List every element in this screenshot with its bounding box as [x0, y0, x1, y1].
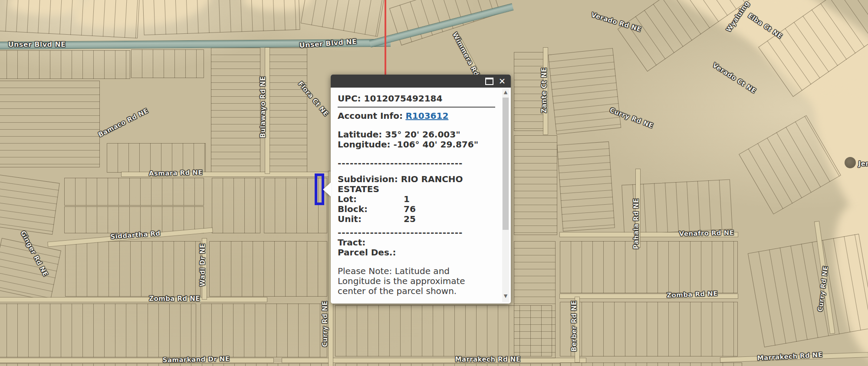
unit-value: 25	[404, 214, 416, 224]
street-label: Unser Blvd NE	[299, 37, 357, 49]
maximize-icon[interactable]	[485, 78, 493, 85]
parcel-block	[142, 0, 300, 35]
street-label: Jer	[858, 160, 868, 168]
popup-scrollbar[interactable]: ▲ ▼	[502, 89, 509, 302]
subdivision-label: Subdivision:	[338, 174, 398, 184]
lot-row: Lot: 1	[338, 194, 495, 204]
scroll-up-icon[interactable]: ▲	[502, 89, 509, 96]
section-line	[385, 0, 386, 75]
street-label: Marrakech Rd NE	[757, 351, 823, 362]
street-label: Wadi Dr NE	[199, 243, 207, 286]
road	[0, 358, 273, 363]
upc-label: UPC:	[338, 93, 361, 104]
popup-pointer	[323, 182, 331, 197]
street-label: Marrakech Rd NE	[455, 356, 521, 363]
street-label: Bamaco Rd NE	[97, 107, 149, 139]
unit-row: Unit: 25	[338, 214, 495, 224]
parcel-block	[131, 49, 204, 78]
parcel-block	[335, 363, 561, 366]
parcel-des-line: Parcel Des.:	[338, 248, 495, 258]
street-label: Unser Blvd NE	[8, 40, 66, 49]
parcel-block	[212, 178, 260, 233]
parcel-block	[560, 241, 738, 293]
block-label: Block:	[338, 204, 404, 214]
parcel-block	[269, 48, 307, 174]
longitude-line: Longitude: -106° 40' 29.876"	[338, 140, 495, 150]
divider-rule	[338, 107, 495, 108]
account-label: Account Info:	[338, 111, 403, 121]
parcel-block	[211, 48, 260, 174]
parcel-block	[209, 241, 327, 297]
street-label: Venafro Rd NE	[679, 229, 734, 238]
road	[0, 297, 267, 302]
popup-titlebar[interactable]: ✕	[331, 75, 511, 88]
parcel-block	[557, 141, 615, 232]
parcel-block	[0, 50, 130, 79]
tract-line: Tract:	[338, 238, 495, 248]
street-label: Pahala Rd NE	[632, 198, 640, 249]
parcel-block	[64, 178, 204, 206]
popup-body: UPC: 1012075492184 Account Info: R103612…	[331, 88, 511, 304]
unit-label: Unit:	[338, 214, 404, 224]
parcel-block	[514, 241, 556, 358]
road	[282, 358, 586, 363]
latitude-line: Latitude: 35° 20' 26.003"	[338, 130, 495, 140]
street-label: Bulawayo Rd NE	[259, 76, 267, 138]
block-value: 76	[404, 204, 416, 214]
longitude-value: -106° 40' 29.876"	[394, 139, 479, 150]
street-label: Berber Rd NE	[570, 301, 578, 352]
parcel-block	[0, 175, 60, 235]
parcel-block	[560, 363, 742, 366]
lot-value: 1	[404, 194, 410, 204]
upc-value: 1012075492184	[364, 93, 443, 104]
spacer	[338, 121, 495, 130]
subdivision-line: Subdivision: RIO RANCHO ESTATES	[338, 174, 487, 194]
parcel-block	[748, 234, 868, 347]
account-link[interactable]: R103612	[405, 111, 448, 121]
street-label: Samarkand Dr NE	[163, 355, 230, 364]
parcel-block	[0, 0, 140, 39]
street-label: Verado Ct NE	[711, 61, 758, 95]
note-text: Please Note: Latitude and Longitude is t…	[338, 266, 495, 296]
parcel-block	[301, 0, 385, 37]
parcel-block	[548, 48, 621, 135]
close-icon[interactable]: ✕	[499, 77, 506, 85]
street-label: Zante Ct NE	[540, 68, 548, 113]
spacer	[338, 258, 495, 266]
dashed-separator: -------------------------------	[338, 158, 495, 168]
dashed-separator: -------------------------------	[338, 228, 495, 238]
latitude-value: 35° 20' 26.003"	[385, 129, 460, 140]
block-row: Block: 76	[338, 204, 495, 214]
spacer	[338, 150, 495, 158]
street-label: Zomba Rd NE	[149, 295, 200, 303]
parcel-block	[65, 241, 201, 297]
parcel-block	[618, 0, 754, 72]
street-label: Asmara Rd NE	[149, 169, 203, 177]
spacer	[338, 224, 495, 228]
upc-line: UPC: 1012075492184	[338, 94, 495, 104]
scroll-down-icon[interactable]: ▼	[502, 293, 509, 300]
parcel-block	[64, 206, 204, 233]
account-line: Account Info: R103612	[338, 111, 495, 121]
lot-label: Lot:	[338, 194, 404, 204]
spacer	[338, 168, 495, 174]
parcel-block	[0, 81, 100, 167]
street-label: Curry Rd NE	[321, 301, 329, 347]
latitude-label: Latitude:	[338, 129, 382, 140]
tree-dot	[845, 157, 856, 168]
longitude-label: Longitude:	[338, 139, 391, 150]
parcel-block	[560, 302, 738, 356]
parcel-block	[514, 135, 557, 235]
parcel-block	[107, 143, 206, 173]
parcel-info-popup: ✕ UPC: 1012075492184 Account Info: R1036…	[331, 75, 511, 304]
parcel-block	[201, 304, 327, 357]
parcel-block	[0, 304, 196, 357]
scrollbar-thumb[interactable]	[503, 98, 509, 230]
